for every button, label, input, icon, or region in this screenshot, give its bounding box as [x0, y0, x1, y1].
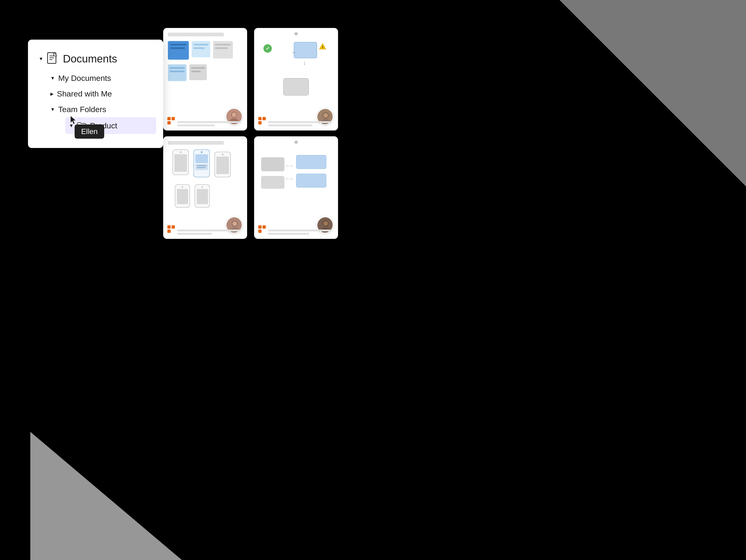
orange-logo-icon-4 — [258, 225, 266, 233]
svg-rect-10 — [167, 121, 171, 124]
flow-blue-top-right — [296, 155, 326, 169]
svg-rect-23 — [167, 225, 171, 229]
phone-5 — [195, 184, 210, 208]
flow-arrow-down: ↓ — [303, 59, 306, 66]
svg-rect-16 — [258, 117, 262, 120]
logo-card-4 — [258, 225, 266, 234]
phone-3 — [214, 152, 231, 177]
svg-point-15 — [323, 113, 328, 118]
svg-point-29 — [323, 221, 328, 226]
svg-rect-18 — [258, 121, 262, 124]
sticky-blue-1 — [168, 41, 189, 60]
flow-arrow-left: ← — [291, 49, 297, 56]
card-sticky-notes — [163, 28, 247, 130]
expand-arrow-documents: ▼ — [39, 56, 44, 61]
card-header-bar — [168, 33, 224, 36]
flow-dash-arrow-2: --→ — [286, 176, 293, 181]
svg-rect-8 — [167, 117, 171, 120]
nav-panel: ▼ Documents ▼ My Documents ▶ Share — [28, 40, 163, 148]
team-folders-label: Team Folders — [58, 105, 106, 114]
expand-arrow-team: ▼ — [50, 107, 55, 112]
nav-item-documents[interactable]: ▼ Documents — [35, 49, 156, 68]
nav-item-team-folders[interactable]: ▼ Team Folders — [47, 101, 156, 117]
flow-box-gray-bottom — [283, 78, 309, 95]
tooltip-ellen: Ellen — [75, 124, 104, 139]
card-bottom-lines-2 — [268, 121, 331, 126]
sticky-lightblue-1 — [192, 41, 210, 57]
svg-rect-32 — [258, 230, 262, 233]
svg-text:!: ! — [322, 45, 323, 49]
tooltip-label: Ellen — [81, 127, 98, 136]
card-bottom-lines-3 — [177, 230, 240, 235]
orange-logo-icon-3 — [167, 225, 175, 233]
logo-card-1 — [167, 117, 175, 126]
card-flow-diagram: ✓ ! ↓ ← — [254, 28, 338, 130]
expand-arrow-my-docs: ▼ — [50, 76, 55, 81]
logo-card-2 — [258, 117, 266, 126]
sticky-gray-2 — [189, 64, 207, 80]
card-phone-wireframe: → ↓ — [163, 136, 247, 239]
shared-with-me-label: Shared with Me — [57, 89, 112, 98]
flow-blue-mid-right — [296, 174, 326, 187]
flow-gray-left — [261, 157, 284, 171]
my-documents-label: My Documents — [58, 73, 111, 83]
document-icon — [47, 52, 58, 65]
svg-rect-9 — [172, 117, 175, 120]
sticky-blue-2 — [168, 64, 186, 81]
flow-gray-bottom-left — [261, 176, 284, 189]
svg-rect-30 — [258, 225, 262, 229]
flow-box-blue-top — [294, 42, 317, 58]
card-bottom-lines-1 — [177, 121, 240, 126]
flow-boxes-container: --→ --→ — [259, 148, 333, 218]
card-dot-2 — [294, 32, 298, 35]
logo-card-3 — [167, 225, 175, 234]
card-flow-boxes: --→ --→ — [254, 136, 338, 239]
cursor — [70, 116, 77, 126]
svg-rect-17 — [262, 117, 266, 120]
card-bottom-lines-4 — [268, 230, 331, 235]
card-header-bar-3 — [168, 141, 224, 145]
expand-arrow-shared: ▶ — [50, 91, 54, 96]
documents-label: Documents — [63, 53, 117, 65]
flow-diagram-container: ✓ ! ↓ ← — [259, 40, 333, 110]
svg-point-7 — [232, 113, 236, 117]
orange-logo-icon-1 — [167, 117, 175, 125]
phone-1 — [173, 149, 189, 175]
sticky-notes-container — [168, 41, 242, 81]
card-dot-4 — [294, 141, 298, 144]
flow-dash-arrow-1: --→ — [286, 163, 293, 169]
svg-rect-24 — [172, 225, 175, 229]
check-icon: ✓ — [263, 44, 272, 53]
svg-rect-25 — [167, 230, 171, 233]
warning-icon: ! — [319, 43, 326, 51]
phone-wireframes-container: → ↓ — [168, 149, 242, 210]
sticky-gray-1 — [213, 41, 233, 58]
cursor-icon — [70, 116, 77, 125]
svg-rect-31 — [262, 225, 266, 229]
phone-2 — [194, 149, 210, 177]
nav-item-shared-with-me[interactable]: ▶ Shared with Me — [47, 86, 156, 101]
nav-item-my-documents[interactable]: ▼ My Documents — [47, 70, 156, 86]
phone-4 — [175, 184, 190, 208]
orange-logo-icon-2 — [258, 117, 266, 125]
svg-point-22 — [232, 222, 237, 226]
